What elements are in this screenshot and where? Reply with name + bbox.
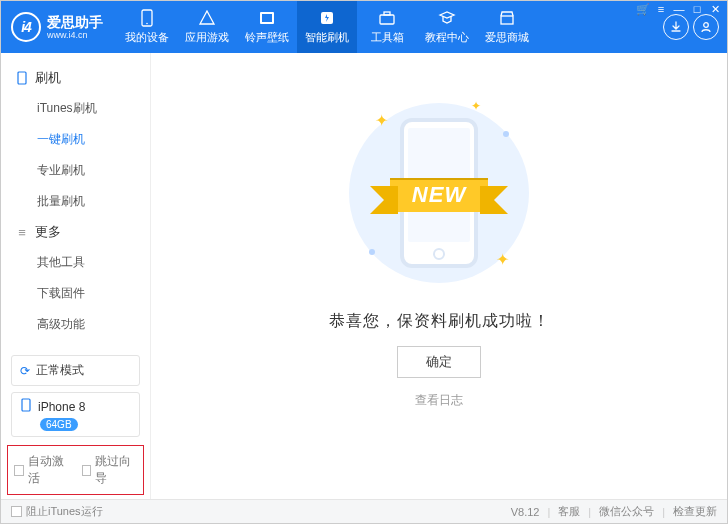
more-icon: ≡ — [15, 225, 29, 240]
device-phone-icon — [20, 398, 32, 415]
block-itunes-checkbox[interactable]: 阻止iTunes运行 — [11, 504, 103, 519]
main-content: ✦ ✦ ✦ NEW 恭喜您，保资料刷机成功啦！ 确定 查看日志 — [151, 53, 727, 499]
svg-rect-9 — [18, 72, 26, 84]
check-update-link[interactable]: 检查更新 — [673, 504, 717, 519]
mode-selector[interactable]: ⟳ 正常模式 — [11, 355, 140, 386]
nav-my-device[interactable]: 我的设备 — [117, 1, 177, 53]
maximize-icon[interactable]: □ — [691, 3, 703, 15]
checkbox-icon — [11, 506, 22, 517]
cart-icon[interactable]: 🛒 — [637, 3, 649, 15]
svg-rect-5 — [380, 15, 394, 24]
window-controls: 🛒 ≡ — □ ✕ — [637, 3, 721, 15]
device-name: iPhone 8 — [38, 400, 85, 414]
close-icon[interactable]: ✕ — [709, 3, 721, 15]
refresh-icon: ⟳ — [20, 364, 30, 378]
checkbox-icon — [14, 465, 24, 476]
sidebar-item-download-firmware[interactable]: 下载固件 — [37, 278, 150, 309]
wallpaper-icon — [258, 9, 276, 27]
apps-icon — [198, 9, 216, 27]
sparkle-icon: ✦ — [471, 99, 481, 113]
footer: 阻止iTunes运行 V8.12 | 客服 | 微信公众号 | 检查更新 — [1, 499, 727, 523]
sidebar-item-oneclick-flash[interactable]: 一键刷机 — [37, 124, 150, 155]
app-window: 🛒 ≡ — □ ✕ i4 爱思助手 www.i4.cn 我的设备 应用游戏 — [0, 0, 728, 524]
new-ribbon: NEW — [390, 178, 488, 212]
logo-badge: i4 — [11, 12, 41, 42]
sidebar: 刷机 iTunes刷机 一键刷机 专业刷机 批量刷机 ≡ 更多 其他工具 下载固… — [1, 53, 151, 499]
svg-point-8 — [704, 23, 709, 28]
svg-rect-6 — [384, 12, 390, 15]
tutorial-icon — [438, 9, 456, 27]
nav-apps[interactable]: 应用游戏 — [177, 1, 237, 53]
download-button[interactable] — [663, 14, 689, 40]
sparkle-icon: ✦ — [496, 250, 509, 269]
sidebar-item-batch-flash[interactable]: 批量刷机 — [37, 186, 150, 217]
wechat-link[interactable]: 微信公众号 — [599, 504, 654, 519]
svg-rect-7 — [501, 16, 513, 24]
menu-icon[interactable]: ≡ — [655, 3, 667, 15]
sidebar-item-advanced[interactable]: 高级功能 — [37, 309, 150, 340]
top-nav: 我的设备 应用游戏 铃声壁纸 智能刷机 工具箱 教程中心 — [117, 1, 537, 53]
nav-tutorial[interactable]: 教程中心 — [417, 1, 477, 53]
nav-ringtones[interactable]: 铃声壁纸 — [237, 1, 297, 53]
header: 🛒 ≡ — □ ✕ i4 爱思助手 www.i4.cn 我的设备 应用游戏 — [1, 1, 727, 53]
flash-icon — [318, 9, 336, 27]
sidebar-section-more: ≡ 更多 — [1, 217, 150, 247]
nav-flash[interactable]: 智能刷机 — [297, 1, 357, 53]
sparkle-icon: ✦ — [375, 111, 388, 130]
phone-small-icon — [15, 71, 29, 85]
nav-store[interactable]: 爱思商城 — [477, 1, 537, 53]
confirm-button[interactable]: 确定 — [397, 346, 481, 378]
success-message: 恭喜您，保资料刷机成功啦！ — [329, 311, 550, 332]
success-illustration: ✦ ✦ ✦ NEW — [339, 93, 539, 293]
auto-activate-checkbox[interactable]: 自动激活 — [14, 453, 70, 487]
brand-name: 爱思助手 — [47, 15, 103, 29]
body: 刷机 iTunes刷机 一键刷机 专业刷机 批量刷机 ≡ 更多 其他工具 下载固… — [1, 53, 727, 499]
sidebar-item-itunes-flash[interactable]: iTunes刷机 — [37, 93, 150, 124]
device-storage-badge: 64GB — [40, 418, 78, 431]
nav-toolbox[interactable]: 工具箱 — [357, 1, 417, 53]
checkbox-icon — [82, 465, 92, 476]
sidebar-item-other-tools[interactable]: 其他工具 — [37, 247, 150, 278]
store-icon — [498, 9, 516, 27]
version-label: V8.12 — [511, 506, 540, 518]
phone-icon — [138, 9, 156, 27]
device-card[interactable]: iPhone 8 64GB — [11, 392, 140, 437]
sidebar-item-pro-flash[interactable]: 专业刷机 — [37, 155, 150, 186]
skip-guide-checkbox[interactable]: 跳过向导 — [82, 453, 138, 487]
svg-point-1 — [146, 23, 148, 25]
brand-logo[interactable]: i4 爱思助手 www.i4.cn — [1, 1, 117, 53]
svg-rect-3 — [262, 14, 272, 22]
view-log-link[interactable]: 查看日志 — [415, 392, 463, 409]
svg-rect-10 — [22, 399, 30, 411]
options-highlight-box: 自动激活 跳过向导 — [7, 445, 144, 495]
support-link[interactable]: 客服 — [558, 504, 580, 519]
user-button[interactable] — [693, 14, 719, 40]
sidebar-section-flash: 刷机 — [1, 63, 150, 93]
brand-url: www.i4.cn — [47, 31, 103, 40]
toolbox-icon — [378, 9, 396, 27]
